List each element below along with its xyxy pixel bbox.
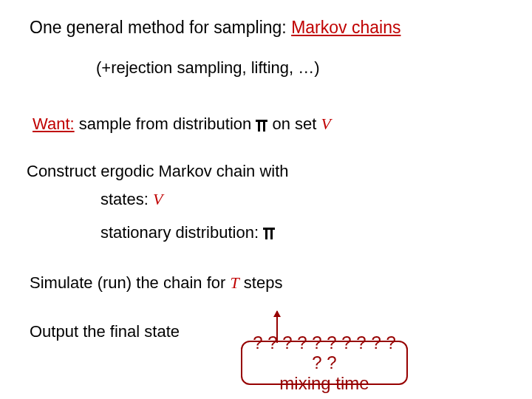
mixing-time-callout: ? ? ? ? ? ? ? ? ? ? ? ? mixing time <box>241 341 408 385</box>
var-v: V <box>321 115 331 133</box>
states-label: states: <box>100 190 153 208</box>
callout-text: ? ? ? ? ? ? ? ? ? ? ? ? mixing time <box>247 332 402 394</box>
want-line: Want: sample from distribution on set V <box>33 115 331 134</box>
stationary-line: stationary distribution: <box>100 223 275 242</box>
simulate-a: Simulate (run) the chain for <box>30 273 230 292</box>
pi-symbol-2 <box>264 228 274 239</box>
stationary-label: stationary distribution: <box>100 223 263 242</box>
pi-symbol <box>256 120 267 132</box>
construct-line: Construct ergodic Markov chain with <box>27 162 289 181</box>
title-line: One general method for sampling: Markov … <box>30 18 400 38</box>
want-label: Want: <box>33 115 75 133</box>
slide: One general method for sampling: Markov … <box>0 0 532 399</box>
states-v: V <box>153 190 163 208</box>
simulate-b: steps <box>239 273 283 292</box>
var-t: T <box>230 273 239 292</box>
want-text-b: on set <box>267 115 321 133</box>
simulate-line: Simulate (run) the chain for T steps <box>30 273 282 293</box>
title-prefix: One general method for sampling: <box>30 18 291 37</box>
output-line: Output the final state <box>30 322 180 341</box>
title-emphasis: Markov chains <box>291 18 400 37</box>
subline: (+rejection sampling, lifting, …) <box>96 58 320 78</box>
want-text-a: sample from distribution <box>75 115 256 133</box>
states-line: states: V <box>100 190 163 209</box>
